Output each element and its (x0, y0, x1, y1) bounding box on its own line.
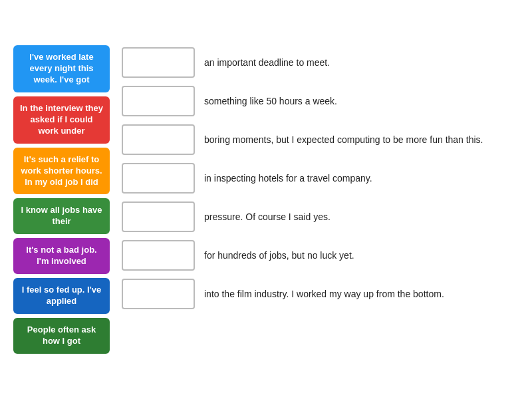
drop-box-c3[interactable] (122, 124, 195, 155)
completion-text-c4: in inspecting hotels for a travel compan… (204, 172, 372, 186)
completions-column: an important deadline to meet.something … (122, 45, 519, 311)
match-row-c5: pressure. Of course I said yes. (122, 200, 519, 234)
prompt-btn-p2[interactable]: In the interview they asked if I could w… (13, 96, 110, 144)
drop-box-c5[interactable] (122, 201, 195, 232)
prompt-btn-p5[interactable]: It's not a bad job. I'm involved (13, 238, 110, 274)
completion-text-c2: something like 50 hours a week. (204, 94, 337, 108)
drop-box-c7[interactable] (122, 279, 195, 309)
match-row-c1: an important deadline to meet. (122, 45, 519, 80)
completion-text-c6: for hundreds of jobs, but no luck yet. (204, 249, 354, 263)
completion-text-c1: an important deadline to meet. (204, 56, 330, 70)
prompt-btn-p6[interactable]: I feel so fed up. I've applied (13, 278, 110, 314)
drop-box-c6[interactable] (122, 240, 195, 271)
prompt-btn-p3[interactable]: It's such a relief to work shorter hours… (13, 148, 110, 195)
main-container: I've worked late every night this week. … (0, 32, 532, 366)
completion-text-c5: pressure. Of course I said yes. (204, 210, 331, 224)
prompt-btn-p4[interactable]: I know all jobs have their (13, 198, 110, 234)
prompt-btn-p7[interactable]: People often ask how I got (13, 318, 110, 354)
prompts-column: I've worked late every night this week. … (13, 45, 110, 353)
drop-box-c2[interactable] (122, 86, 195, 116)
match-row-c7: into the film industry. I worked my way … (122, 277, 519, 311)
drop-box-c4[interactable] (122, 163, 195, 194)
prompt-btn-p1[interactable]: I've worked late every night this week. … (13, 45, 110, 92)
match-row-c4: in inspecting hotels for a travel compan… (122, 161, 519, 196)
match-row-c6: for hundreds of jobs, but no luck yet. (122, 238, 519, 273)
match-row-c2: something like 50 hours a week. (122, 84, 519, 118)
match-row-c3: boring moments, but I expected computing… (122, 122, 519, 157)
drop-box-c1[interactable] (122, 47, 195, 78)
completion-text-c7: into the film industry. I worked my way … (204, 287, 444, 301)
completion-text-c3: boring moments, but I expected computing… (204, 133, 483, 147)
